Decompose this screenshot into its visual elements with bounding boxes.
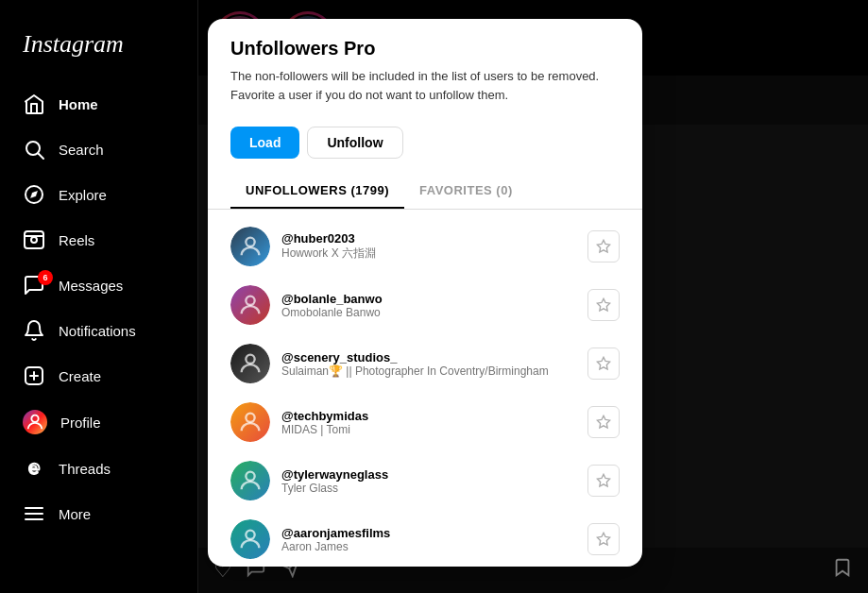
user-handle: @huber0203 <box>281 231 576 246</box>
svg-rect-4 <box>25 231 43 248</box>
user-info: @huber0203 Howwork X 六指淵 <box>281 231 576 262</box>
user-list-item: @scenery_studios_ Sulaiman🏆 || Photograp… <box>208 334 642 393</box>
user-list-item: @tylerwayneglass Tyler Glass <box>208 451 642 510</box>
user-info: @scenery_studios_ Sulaiman🏆 || Photograp… <box>281 350 576 378</box>
favorite-button[interactable] <box>587 465 620 497</box>
sidebar-label-notifications: Notifications <box>59 323 136 339</box>
sidebar-item-home[interactable]: Home <box>11 81 186 127</box>
modal-actions: Load Unfollow <box>208 127 642 174</box>
unfollowers-modal: Unfollowers Pro The non-followers will b… <box>208 19 642 567</box>
user-handle: @aaronjamesfilms <box>281 526 576 540</box>
sidebar-label-home: Home <box>59 96 98 112</box>
sidebar-label-messages: Messages <box>59 278 123 294</box>
svg-point-18 <box>246 296 254 305</box>
sidebar-item-threads[interactable]: Threads <box>11 446 186 491</box>
sidebar-item-notifications[interactable]: Notifications <box>11 308 186 353</box>
sidebar: Instagram Home Search Explore Reels 6 Me… <box>0 0 198 593</box>
user-display-name: Aaron James <box>281 540 576 553</box>
sidebar-label-search: Search <box>59 142 104 158</box>
svg-marker-23 <box>597 415 609 428</box>
sidebar-label-more: More <box>59 506 91 522</box>
sidebar-label-profile: Profile <box>60 415 101 431</box>
app-logo: Instagram <box>11 15 186 81</box>
user-handle: @scenery_studios_ <box>281 350 576 364</box>
user-info: @techbymidas MIDAS | Tomi <box>281 409 576 436</box>
user-avatar <box>230 402 270 442</box>
user-avatar <box>230 227 270 266</box>
svg-marker-17 <box>597 240 609 252</box>
user-display-name: MIDAS | Tomi <box>281 423 576 436</box>
favorite-button[interactable] <box>587 406 620 438</box>
user-handle: @tylerwayneglass <box>281 467 576 482</box>
modal-tabs: UNFOLLOWERS (1799) FAVORITES (0) <box>208 174 642 210</box>
sidebar-label-reels: Reels <box>59 232 94 248</box>
user-display-name: Howwork X 六指淵 <box>281 246 576 262</box>
sidebar-item-search[interactable]: Search <box>11 127 186 172</box>
sidebar-item-create[interactable]: Create <box>11 353 186 398</box>
user-display-name: Tyler Glass <box>281 482 576 495</box>
user-handle: @bolanle_banwo <box>281 292 576 306</box>
user-info: @tylerwayneglass Tyler Glass <box>281 467 576 495</box>
sidebar-item-profile[interactable]: Profile <box>11 398 186 446</box>
favorite-button[interactable] <box>587 347 620 380</box>
user-avatar <box>230 461 270 500</box>
user-avatar <box>230 519 270 559</box>
svg-marker-25 <box>597 474 609 486</box>
svg-marker-19 <box>597 298 609 311</box>
user-list-item: @aaronjamesfilms Aaron James <box>208 510 642 567</box>
reels-icon <box>23 229 45 251</box>
modal-description: The non-followers will be included in th… <box>230 67 620 104</box>
svg-marker-27 <box>597 533 609 545</box>
user-list-item: @techbymidas MIDAS | Tomi <box>208 393 642 451</box>
favorite-button[interactable] <box>587 230 620 263</box>
messages-badge: 6 <box>38 270 53 285</box>
user-list-item: @huber0203 Howwork X 六指淵 <box>208 217 642 276</box>
more-icon <box>23 502 45 525</box>
svg-marker-21 <box>597 357 609 369</box>
user-info: @aaronjamesfilms Aaron James <box>281 526 576 553</box>
sidebar-item-reels[interactable]: Reels <box>11 217 186 263</box>
profile-avatar <box>23 410 47 434</box>
svg-point-20 <box>246 355 254 364</box>
svg-point-10 <box>31 415 38 422</box>
user-avatar <box>230 344 270 383</box>
user-list: @huber0203 Howwork X 六指淵 @bolanle_banwo <box>208 210 642 567</box>
svg-marker-3 <box>30 191 38 198</box>
home-icon <box>23 93 45 115</box>
svg-point-5 <box>31 237 37 243</box>
modal-title: Unfollowers Pro <box>230 38 620 59</box>
create-icon <box>23 364 45 387</box>
notifications-icon <box>23 319 45 342</box>
user-avatar <box>230 285 270 325</box>
user-info: @bolanle_banwo Omobolanle Banwo <box>281 292 576 319</box>
user-display-name: Omobolanle Banwo <box>281 306 576 319</box>
sidebar-label-threads: Threads <box>59 461 111 477</box>
user-display-name: Sulaiman🏆 || Photographer In Coventry/Bi… <box>281 364 576 378</box>
modal-overlay: Unfollowers Pro The non-followers will b… <box>198 0 868 593</box>
main-content: iamolayim... theboy_w... i... TH PA ♡ <box>198 0 868 593</box>
threads-icon <box>23 457 45 480</box>
favorite-button[interactable] <box>587 523 620 555</box>
sidebar-item-messages[interactable]: 6 Messages <box>11 263 186 308</box>
tab-unfollowers[interactable]: UNFOLLOWERS (1799) <box>230 174 404 209</box>
sidebar-label-explore: Explore <box>59 187 107 203</box>
svg-point-22 <box>246 414 254 422</box>
svg-point-26 <box>246 531 254 539</box>
search-icon <box>23 138 45 161</box>
svg-point-24 <box>246 472 254 481</box>
user-list-item: @bolanle_banwo Omobolanle Banwo <box>208 276 642 334</box>
explore-icon <box>23 183 45 206</box>
sidebar-item-explore[interactable]: Explore <box>11 172 186 217</box>
sidebar-label-create: Create <box>59 368 101 384</box>
unfollow-button[interactable]: Unfollow <box>307 127 402 159</box>
sidebar-item-more[interactable]: More <box>11 491 186 536</box>
user-handle: @techbymidas <box>281 409 576 423</box>
tab-favorites[interactable]: FAVORITES (0) <box>404 174 528 209</box>
load-button[interactable]: Load <box>230 127 299 159</box>
svg-line-1 <box>39 154 44 160</box>
svg-point-16 <box>246 238 254 246</box>
modal-header: Unfollowers Pro The non-followers will b… <box>208 19 642 127</box>
favorite-button[interactable] <box>587 289 620 321</box>
